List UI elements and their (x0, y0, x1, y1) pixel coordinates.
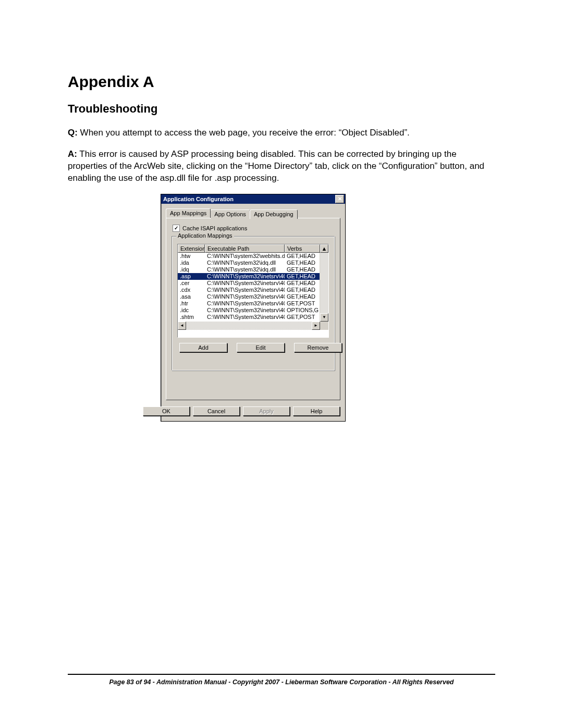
cell-verbs: OPTIONS,G (285, 307, 320, 314)
cell-verbs: GET,HEAD (285, 253, 320, 260)
remove-button[interactable]: Remove (294, 343, 342, 352)
add-button[interactable]: Add (179, 343, 227, 352)
cell-path: C:\WINNT\system32\idq.dll (205, 260, 285, 266)
table-row[interactable]: .idcC:\WINNT\System32\inetsrv\404.dllOPT… (178, 307, 320, 314)
cache-isapi-checkbox[interactable]: ✓ (173, 225, 180, 232)
tab-panel: ✓ Cache ISAPI applications Application M… (166, 218, 340, 400)
cell-extension: .shtm (178, 314, 205, 320)
chevron-right-icon: ► (314, 323, 318, 328)
tab-app-debugging[interactable]: App Debugging (250, 209, 298, 219)
apply-button[interactable]: Apply (243, 406, 290, 416)
table-row[interactable]: .cerC:\WINNT\System32\inetsrv\404.dllGET… (178, 280, 320, 287)
scroll-left-button[interactable]: ◄ (178, 322, 186, 330)
cell-extension: .idq (178, 266, 205, 273)
cell-extension: .idc (178, 307, 205, 314)
cache-isapi-label: Cache ISAPI applications (182, 225, 247, 231)
mappings-listview[interactable]: Extension Executable Path Verbs ▲ .htwC:… (177, 244, 329, 338)
table-row[interactable]: .aspC:\WINNT\System32\inetsrv\404.dllGET… (178, 273, 320, 280)
table-row[interactable]: .idaC:\WINNT\system32\idq.dllGET,HEAD (178, 260, 320, 266)
table-row[interactable]: .htwC:\WINNT\system32\webhits.dllGET,HEA… (178, 253, 320, 260)
cell-path: C:\WINNT\System32\inetsrv\404.dll (205, 280, 285, 287)
cell-extension: .htw (178, 253, 205, 260)
cell-extension: .cdx (178, 287, 205, 293)
cell-path: C:\WINNT\System32\inetsrv\404.dll (205, 307, 285, 314)
application-mappings-group: Application Mappings Extension Executabl… (172, 236, 335, 371)
page-footer: Page 83 of 94 - Administration Manual - … (68, 678, 495, 686)
troubleshooting-heading: Troubleshooting (68, 102, 495, 116)
groupbox-label: Application Mappings (176, 232, 234, 239)
edit-button[interactable]: Edit (237, 343, 285, 352)
listview-header: Extension Executable Path Verbs ▲ (178, 244, 328, 253)
column-executable-path[interactable]: Executable Path (205, 244, 285, 253)
cell-extension: .cer (178, 280, 205, 287)
titlebar[interactable]: Application Configuration ✕ (161, 194, 345, 204)
dialog-button-row: OK Cancel Apply Help (161, 403, 345, 421)
vertical-scrollbar[interactable]: ▼ (320, 253, 328, 322)
checkmark-icon: ✓ (174, 226, 178, 231)
cell-path: C:\WINNT\system32\idq.dll (205, 266, 285, 273)
answer-paragraph: A: This error is caused by ASP processin… (68, 149, 495, 184)
cell-path: C:\WINNT\System32\inetsrv\404.dll (205, 300, 285, 307)
cell-verbs: GET,HEAD (285, 280, 320, 287)
tab-app-mappings[interactable]: App Mappings (166, 208, 211, 218)
table-row[interactable]: .cdxC:\WINNT\System32\inetsrv\404.dllGET… (178, 287, 320, 293)
chevron-up-icon: ▲ (322, 245, 327, 252)
footer-rule (68, 674, 495, 675)
chevron-left-icon: ◄ (180, 323, 184, 328)
scroll-down-button[interactable]: ▼ (320, 313, 328, 322)
table-row[interactable]: .idqC:\WINNT\system32\idq.dllGET,HEAD (178, 266, 320, 273)
cell-path: C:\WINNT\System32\inetsrv\404.dll (205, 293, 285, 300)
cache-isapi-checkbox-row[interactable]: ✓ Cache ISAPI applications (173, 225, 335, 232)
a-label: A: (68, 149, 77, 159)
cell-path: C:\WINNT\System32\inetsrv\404.dll (205, 314, 285, 320)
cell-path: C:\WINNT\System32\inetsrv\404.dll (205, 287, 285, 293)
cell-verbs: GET,POST (285, 300, 320, 307)
chevron-down-icon: ▼ (322, 315, 326, 319)
hscroll-track[interactable] (186, 322, 312, 330)
ok-button[interactable]: OK (143, 406, 190, 416)
mapping-button-row: Add Edit Remove (177, 343, 329, 352)
scroll-up-button[interactable]: ▲ (320, 244, 328, 253)
cell-extension: .ida (178, 260, 205, 266)
help-button[interactable]: Help (293, 406, 340, 416)
vscroll-track[interactable] (320, 253, 328, 313)
q-text: When you attempt to access the web page,… (78, 128, 410, 138)
application-configuration-dialog: Application Configuration ✕ App Mappings… (161, 194, 346, 422)
column-verbs[interactable]: Verbs (285, 244, 320, 253)
tab-strip: App Mappings App Options App Debugging (166, 208, 345, 218)
cell-extension: .asa (178, 293, 205, 300)
appendix-heading: Appendix A (68, 73, 495, 91)
cell-extension: .asp (178, 273, 205, 280)
dialog-title: Application Configuration (163, 196, 234, 202)
horizontal-scrollbar[interactable]: ◄ ► (178, 322, 320, 330)
cell-verbs: GET,POST (285, 314, 320, 320)
cell-verbs: GET,HEAD (285, 287, 320, 293)
column-extension[interactable]: Extension (178, 244, 205, 253)
cell-verbs: GET,HEAD (285, 266, 320, 273)
question-paragraph: Q: When you attempt to access the web pa… (68, 127, 495, 139)
scroll-right-button[interactable]: ► (312, 322, 320, 330)
cancel-button[interactable]: Cancel (193, 406, 240, 416)
close-icon: ✕ (338, 196, 342, 202)
table-row[interactable]: .htrC:\WINNT\System32\inetsrv\404.dllGET… (178, 300, 320, 307)
tab-app-options[interactable]: App Options (210, 209, 250, 219)
cell-verbs: GET,HEAD (285, 260, 320, 266)
close-button[interactable]: ✕ (335, 195, 344, 203)
cell-extension: .htr (178, 300, 205, 307)
table-row[interactable]: .shtmC:\WINNT\System32\inetsrv\404.dllGE… (178, 314, 320, 320)
cell-verbs: GET,HEAD (285, 293, 320, 300)
table-row[interactable]: .asaC:\WINNT\System32\inetsrv\404.dllGET… (178, 293, 320, 300)
cell-path: C:\WINNT\System32\inetsrv\404.dll (205, 273, 285, 280)
cell-verbs: GET,HEAD (285, 273, 320, 280)
a-text: This error is caused by ASP processing b… (68, 149, 484, 183)
cell-path: C:\WINNT\system32\webhits.dll (205, 253, 285, 260)
q-label: Q: (68, 128, 78, 138)
scrollbar-corner (320, 322, 328, 330)
